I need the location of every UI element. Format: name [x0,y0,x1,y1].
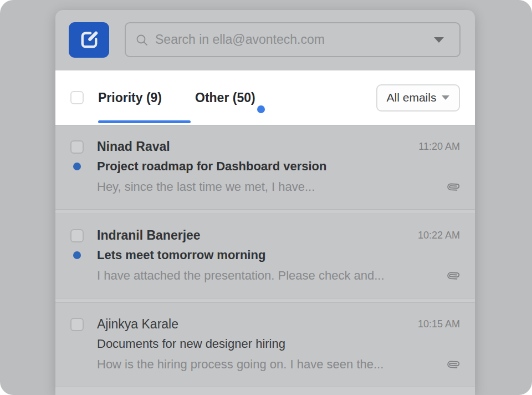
search-dropdown-caret-icon[interactable] [434,37,444,43]
compose-icon [78,28,101,52]
filter-caret-icon [442,95,449,100]
email-row-header: Indranil Banerjee 10:22 AM [70,228,460,243]
email-sender: Ajinkya Karale [97,317,418,332]
email-row-subject-line: Lets meet tomorrow morning [70,248,460,262]
tab-other[interactable]: Other (50) [195,70,255,125]
attachment-icon [447,358,460,371]
attachment-icon [447,269,460,282]
email-snippet: How is the hiring process going on. I ha… [97,357,439,372]
tab-other-label-wrap: Other (50) [195,90,255,105]
unread-dot [73,251,81,259]
unread-dot-column [70,251,84,259]
search-toolbar [55,10,475,70]
email-sender: Ninad Raval [97,139,418,154]
email-subject: Documents for new designer hiring [97,337,285,351]
email-time: 10:15 AM [418,318,460,330]
compose-button[interactable] [69,22,109,58]
email-subject: Lets meet tomorrow morning [97,248,265,262]
email-checkbox[interactable] [70,318,84,331]
email-checkbox[interactable] [70,140,84,154]
email-row[interactable]: Ninad Raval 11:20 AM Project roadmap for… [55,125,475,210]
tabs-bar: Priority (9) Other (50) All emails [55,70,475,125]
search-bar[interactable] [125,22,461,57]
unread-dot-column [70,340,84,348]
unread-dot [73,163,81,170]
all-emails-dropdown[interactable]: All emails [376,84,460,112]
email-row-snippet-line: I have attached the presentation. Please… [70,269,460,283]
unread-dot-column [70,163,84,170]
email-subject: Project roadmap for Dashboard version [97,159,326,174]
all-emails-label: All emails [387,91,437,104]
email-row-snippet-line: How is the hiring process going on. I ha… [70,357,460,372]
email-row[interactable]: Ajinkya Karale 10:15 AM Documents for ne… [55,302,475,387]
email-snippet: Hey, since the last time we met, I have.… [97,180,439,194]
tab-other-label: Other (50) [195,90,255,105]
email-checkbox[interactable] [70,229,84,242]
email-app-window: Priority (9) Other (50) All emails Ninad… [55,10,475,395]
tab-priority[interactable]: Priority (9) [98,70,191,125]
attachment-icon [447,180,460,194]
email-row-subject-line: Documents for new designer hiring [70,337,460,351]
app-screenshot: Priority (9) Other (50) All emails Ninad… [0,0,532,395]
email-snippet: I have attached the presentation. Please… [97,269,439,283]
search-icon [135,33,149,47]
unread-indicator-dot [257,105,265,113]
tab-priority-label: Priority (9) [98,90,162,105]
email-sender: Indranil Banerjee [97,228,418,243]
email-row-snippet-line: Hey, since the last time we met, I have.… [70,180,460,194]
search-input[interactable] [155,32,434,47]
email-row-subject-line: Project roadmap for Dashboard version [70,159,460,174]
email-time: 10:22 AM [418,230,460,241]
email-row-header: Ninad Raval 11:20 AM [70,139,460,154]
email-list: Ninad Raval 11:20 AM Project roadmap for… [55,125,475,395]
select-all-checkbox[interactable] [70,91,84,104]
email-time: 11:20 AM [418,141,460,153]
email-row[interactable]: Indranil Banerjee 10:22 AM Lets meet tom… [55,214,475,298]
email-row-header: Ajinkya Karale 10:15 AM [70,317,460,332]
